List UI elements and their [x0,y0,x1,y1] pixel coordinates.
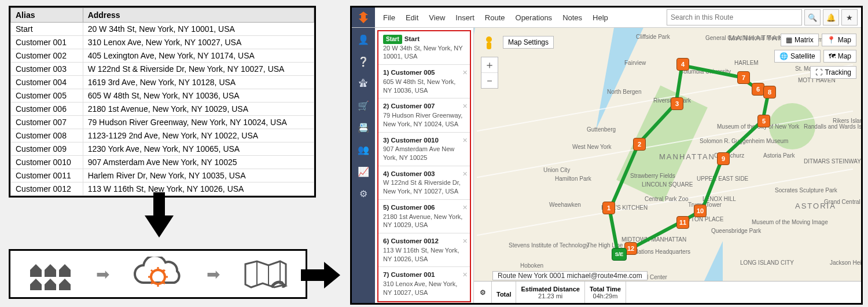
map-toggle[interactable]: 📍Map [822,34,856,46]
footer-gear-icon[interactable]: ⚙ [474,282,492,304]
left-sidebar: 👤 ❔ 🛣 🛒 📇 👥 📈 ⚙ [352,28,375,304]
stop-item[interactable]: 4) Customer 003W 122nd St & Riverside Dr… [378,166,470,200]
table-row: Customer 001310 Lenox Ave, New York, NY … [11,36,314,49]
remove-stop-icon[interactable]: ✕ [462,136,468,145]
stop-address: 907 Amsterdam Ave New York, NY 10025 [383,145,465,162]
sidebar-routes-icon[interactable]: 🛣 [356,76,370,90]
sidebar-analytics-icon[interactable]: 📈 [356,165,370,178]
footer-time-value: 04h:29m [593,293,618,299]
sidebar-add-user-icon[interactable]: 👤 [356,32,370,46]
map-pin[interactable]: 6 [752,83,764,96]
menu-file[interactable]: File [383,13,395,22]
table-row: Customer 00779 Hudson River Greenway, Ne… [11,116,314,129]
menu-help[interactable]: Help [593,13,608,22]
cell-alias: Customer 007 [11,116,83,129]
stops-panel: StartStart20 W 34th St, New York, NY 100… [375,28,474,304]
stop-item[interactable]: 6) Customer 0012113 W 116th St, New York… [378,233,470,267]
maptype-button[interactable]: 🗺Map [823,50,856,63]
menu-notes[interactable]: Notes [562,13,582,22]
cell-alias: Customer 001 [11,36,83,49]
stop-item[interactable]: 3) Customer 0010907 Amsterdam Ave New Yo… [378,133,470,166]
input-table: Alias Address Start20 W 34th St, New Yor… [9,6,316,198]
cell-alias: Customer 002 [11,49,83,63]
cell-alias: Customer 006 [11,103,83,116]
star-button[interactable]: ★ [841,9,858,25]
map-settings-button[interactable]: Map Settings [503,36,554,49]
stop-item[interactable]: StartStart20 W 34th St, New York, NY 100… [378,31,470,65]
stop-address: 79 Hudson River Greenway, New York, NY 1… [383,111,465,129]
cell-address: W 122nd St & Riverside Dr, New York, NY … [83,63,314,76]
matrix-toggle[interactable]: ▦Matrix [781,34,819,46]
satellite-button[interactable]: 🌐Satellite [774,50,821,63]
remove-stop-icon[interactable]: ✕ [462,271,468,279]
stop-title: 7) Customer 001 [383,271,435,278]
remove-stop-icon[interactable]: ✕ [462,68,468,77]
cell-address: 113 W 116th St, New York, NY 10026, USA [83,182,314,196]
search-input[interactable] [667,9,802,25]
map-pin[interactable]: 9 [717,152,730,165]
menu-route[interactable]: Route [485,13,505,22]
remove-stop-icon[interactable]: ✕ [462,203,468,212]
remove-stop-icon[interactable]: ✕ [462,102,468,111]
remove-stop-icon[interactable]: ✕ [462,237,468,246]
tracking-button[interactable]: ⛶Tracking [810,66,856,79]
sidebar-cart-icon[interactable]: 🛒 [356,98,370,112]
map-viewport[interactable]: Cliffside ParkGeneral Grant National Mem… [474,28,861,304]
cell-address: 1123-1129 2nd Ave, New York, NY 10022, U… [83,129,314,142]
menu-edit[interactable]: Edit [406,13,418,22]
stop-address: 113 W 116th St, New York, NY 10026, USA [383,246,465,264]
map-pin[interactable]: 10 [694,204,707,217]
map-pin[interactable]: 5 [757,115,770,127]
pipeline-graphic: ➡ ➡ [9,249,307,299]
stop-item[interactable]: 1) Customer 005605 W 48th St, New York, … [378,65,470,98]
menu-insert[interactable]: Insert [455,13,475,22]
cell-address: 605 W 48th St, New York, NY 10036, USA [83,89,314,103]
stop-address: 310 Lenox Ave, New York, NY 10027, USA [383,280,465,297]
sidebar-help-icon[interactable]: ❔ [356,54,370,68]
search-button[interactable]: 🔍 [804,9,821,25]
remove-stop-icon[interactable]: ✕ [462,170,468,178]
map-pin[interactable]: 11 [676,216,689,229]
menu-view[interactable]: View [429,13,445,22]
sidebar-team-icon[interactable]: 👥 [356,142,370,156]
zoom-control: ＋ － [481,57,498,89]
cell-address: Harlem River Dr, New York, NY 10035, USA [83,169,314,182]
start-badge: Start [383,35,402,44]
notifications-button[interactable]: 🔔 [823,9,839,25]
stop-title: 6) Customer 0012 [383,237,439,244]
map-pin[interactable]: 1 [602,202,615,214]
map-pin[interactable]: 4 [676,58,689,71]
stop-title: 3) Customer 0010 [383,137,439,144]
map-pin-start-end[interactable]: S/E [612,248,627,261]
stop-address: 605 W 48th St, New York, NY 10036, USA [383,78,465,95]
stop-title: 1) Customer 005 [383,69,435,76]
map-pin[interactable]: 7 [737,71,750,84]
menu-operations[interactable]: Operations [516,13,553,22]
svg-rect-2 [487,42,491,49]
cell-alias: Customer 008 [11,129,83,142]
sidebar-address-icon[interactable]: 📇 [356,120,370,134]
cell-alias: Customer 0010 [11,156,83,169]
topbar: FileEditViewInsertRouteOperationsNotesHe… [352,8,861,28]
table-row: Start20 W 34th St, New York, NY 10001, U… [11,23,314,36]
streetview-pegman-icon[interactable] [482,36,496,53]
table-row: Customer 003W 122nd St & Riverside Dr, N… [11,63,314,76]
stop-item[interactable]: 7) Customer 001310 Lenox Ave, New York, … [378,267,470,301]
map-pin[interactable]: 8 [763,86,776,98]
zoom-in-button[interactable]: ＋ [481,57,498,73]
footer-distance-value: 21.23 mi [538,293,562,299]
app-logo[interactable] [352,8,375,27]
zoom-out-button[interactable]: － [481,73,498,88]
map-pin[interactable]: 2 [633,138,646,151]
route-name-label: Route New York 0001 michael@route4me.com [492,271,648,280]
table-row: Customer 0010907 Amsterdam Ave New York,… [11,156,314,169]
footer-time-header: Total Time [590,286,621,293]
footer-total-label: Total [496,287,511,298]
stop-item[interactable]: 5) Customer 0062180 1st Avenue, New York… [378,200,470,233]
cell-alias: Customer 0011 [11,169,83,182]
map-pin[interactable]: 3 [671,97,683,110]
sidebar-account-icon[interactable]: ⚙ [356,187,370,200]
cell-address: 310 Lenox Ave, New York, NY 10027, USA [83,36,314,49]
cell-address: 1230 York Ave, New York, NY 10065, USA [83,142,314,156]
stop-item[interactable]: 2) Customer 00779 Hudson River Greenway,… [378,98,470,132]
